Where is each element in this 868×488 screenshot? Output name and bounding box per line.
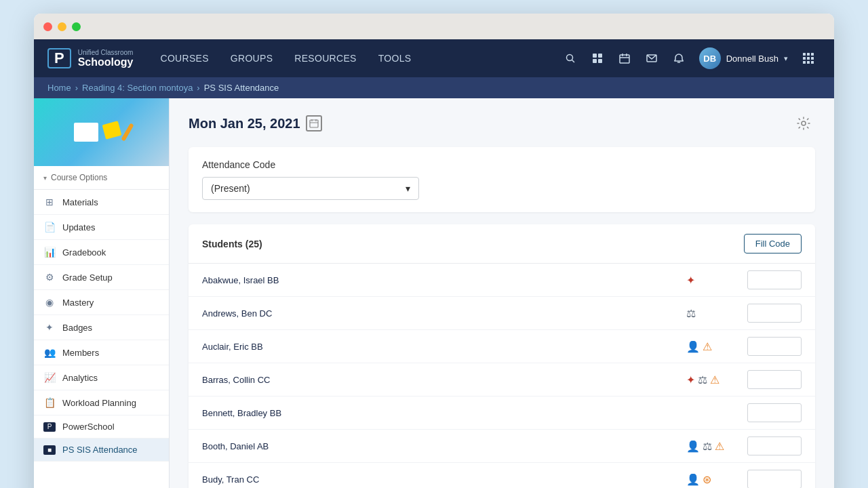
course-options[interactable]: ▾ Course Options <box>34 166 169 190</box>
sidebar-item-grade-setup[interactable]: ⚙ Grade Setup <box>34 265 169 290</box>
table-row: Abakwue, Israel BB ✦ <box>189 264 815 297</box>
attendance-input[interactable] <box>747 270 802 289</box>
svg-rect-6 <box>620 55 629 63</box>
sidebar-item-mastery[interactable]: ◉ Mastery <box>34 290 169 315</box>
breadcrumb-section[interactable]: Reading 4: Section montoya <box>82 83 193 93</box>
apps-icon <box>802 52 814 64</box>
fill-code-button[interactable]: Fill Code <box>744 234 802 253</box>
attendance-code-label: Attendance Code <box>202 159 802 170</box>
svg-rect-21 <box>310 120 318 127</box>
attendance-input[interactable] <box>747 337 802 356</box>
student-name: Bennett, Bradley BB <box>202 408 679 418</box>
nav-icons: DB Donnell Bush ▾ <box>558 45 821 72</box>
calendar-picker-icon[interactable] <box>306 115 322 131</box>
notification-button[interactable] <box>667 46 691 70</box>
attendance-input[interactable] <box>747 370 802 389</box>
warning-icon: ⚠ <box>703 340 712 353</box>
sidebar-item-ps-sis[interactable]: ■ PS SIS Attendance <box>34 439 169 462</box>
content-area: Mon Jan 25, 2021 <box>170 98 834 488</box>
nav-tools[interactable]: TOOLS <box>368 39 422 77</box>
breadcrumb-current: PS SIS Attendance <box>204 83 279 93</box>
sidebar-item-workload[interactable]: 📋 Workload Planning <box>34 390 169 415</box>
table-row: Andrews, Ben DC ⚖ <box>189 297 815 330</box>
warning-icon: ⚠ <box>710 373 719 386</box>
sidebar-label-members: Members <box>62 348 99 358</box>
student-icons: 👤 ⚠ <box>686 340 741 353</box>
settings-button[interactable] <box>792 112 815 135</box>
dropdown-chevron-icon: ▾ <box>406 183 410 194</box>
svg-rect-16 <box>807 57 810 60</box>
calendar-button[interactable] <box>612 46 637 70</box>
svg-rect-12 <box>803 53 806 56</box>
workload-icon: 📋 <box>43 396 56 409</box>
svg-rect-18 <box>803 61 806 64</box>
sidebar-label-workload: Workload Planning <box>62 398 136 408</box>
main-window: P Unified Classroom Schoology COURSES GR… <box>34 14 834 488</box>
breadcrumb-home[interactable]: Home <box>47 83 71 93</box>
minimize-button[interactable] <box>58 22 66 31</box>
user-name: Donnell Bush <box>726 54 778 64</box>
logo[interactable]: P Unified Classroom Schoology <box>47 48 133 68</box>
search-button[interactable] <box>558 46 583 70</box>
search-icon <box>565 53 576 64</box>
nav-courses[interactable]: COURSES <box>149 39 219 77</box>
attendance-input[interactable] <box>747 403 802 422</box>
attendance-input[interactable] <box>747 436 802 455</box>
mail-button[interactable] <box>639 46 664 70</box>
sidebar-label-ps-sis: PS SIS Attendance <box>62 445 138 455</box>
attendance-input[interactable] <box>747 470 802 488</box>
maximize-button[interactable] <box>72 22 81 31</box>
sidebar-item-badges[interactable]: ✦ Badges <box>34 315 169 340</box>
grade-setup-icon: ⚙ <box>43 271 56 283</box>
sidebar-item-materials[interactable]: ⊞ Materials <box>34 190 169 215</box>
attendance-code-dropdown[interactable]: (Present) ▾ <box>202 177 419 200</box>
warning-icon: ⚠ <box>715 440 724 453</box>
date-text: Mon Jan 25, 2021 <box>189 116 300 131</box>
student-name: Abakwue, Israel BB <box>202 275 679 285</box>
settings-icon <box>797 117 810 130</box>
student-icons: ✦ <box>686 274 741 287</box>
schoology-label: Schoology <box>78 56 134 68</box>
sidebar-item-updates[interactable]: 📄 Updates <box>34 215 169 240</box>
svg-point-0 <box>566 55 572 61</box>
logo-letter: P <box>47 48 71 68</box>
scale-icon: ⚖ <box>698 373 707 386</box>
svg-rect-15 <box>803 57 806 60</box>
breadcrumb-sep-1: › <box>75 83 78 93</box>
student-icons: 👤 ⊛ <box>686 473 741 486</box>
sidebar-item-powerschool[interactable]: P PowerSchool <box>34 415 169 439</box>
scale-icon: ⚖ <box>703 440 712 453</box>
sidebar-item-gradebook[interactable]: 📊 Gradebook <box>34 240 169 265</box>
main-content: ▾ Course Options ⊞ Materials 📄 Updates 📊… <box>34 98 834 488</box>
user-menu[interactable]: DB Donnell Bush ▾ <box>694 45 793 72</box>
sidebar-item-members[interactable]: 👥 Members <box>34 340 169 365</box>
mastery-icon: ◉ <box>43 296 56 308</box>
content-header: Mon Jan 25, 2021 <box>189 112 815 135</box>
apps-button[interactable] <box>796 46 821 70</box>
student-name: Booth, Daniel AB <box>202 441 679 451</box>
sidebar-label-gradebook: Gradebook <box>62 247 106 258</box>
grid-icon <box>592 53 603 64</box>
sidebar-item-analytics[interactable]: 📈 Analytics <box>34 365 169 390</box>
table-row: Barras, Collin CC ✦ ⚖ ⚠ <box>189 363 815 396</box>
sidebar-label-updates: Updates <box>62 222 95 232</box>
thumb-pencil-icon <box>121 123 134 141</box>
analytics-icon: 📈 <box>43 371 56 384</box>
titlebar <box>34 14 834 39</box>
close-button[interactable] <box>43 22 52 31</box>
scale-icon: ⚖ <box>686 307 696 320</box>
sidebar-label-analytics: Analytics <box>62 373 98 383</box>
mail-icon <box>646 53 657 64</box>
unified-label: Unified Classroom <box>78 49 134 56</box>
sidebar-label-badges: Badges <box>62 323 92 333</box>
nav-resources[interactable]: RESOURCES <box>283 39 367 77</box>
nav-groups[interactable]: GROUPS <box>220 39 283 77</box>
svg-rect-20 <box>811 61 814 64</box>
attendance-input[interactable] <box>747 304 802 323</box>
thumb-book-icon <box>74 123 98 142</box>
date-section: Mon Jan 25, 2021 <box>189 115 322 131</box>
grid-button[interactable] <box>585 46 610 70</box>
table-row: Auclair, Eric BB 👤 ⚠ <box>189 330 815 363</box>
nav-links: COURSES GROUPS RESOURCES TOOLS <box>149 39 557 77</box>
person-icon: 👤 <box>686 340 700 353</box>
